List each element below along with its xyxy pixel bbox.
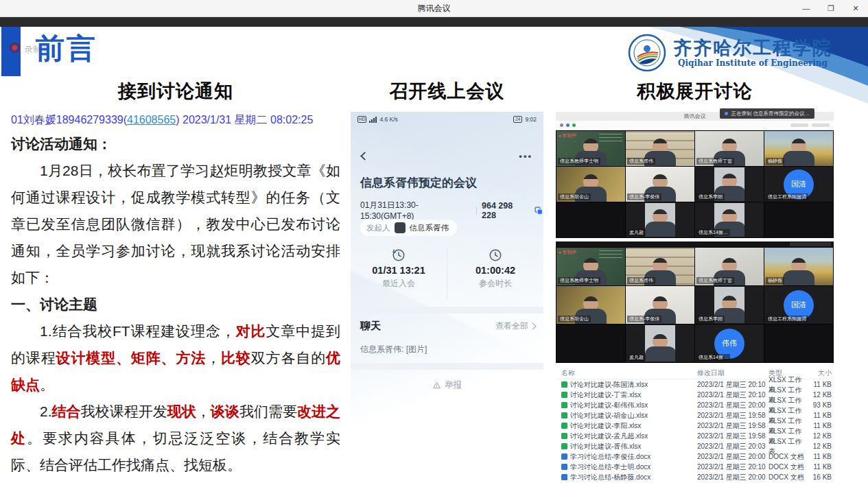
video-tile: 信息系李阳 (695, 286, 764, 324)
video-tile (764, 324, 833, 362)
file-date: 2023/2/1 星期三 20:10 (697, 462, 769, 472)
file-name: 讨论对比建议-胡金山.xlsx (570, 411, 648, 421)
column-header[interactable]: 名称 (556, 368, 697, 378)
toolbar-dot-icon (572, 123, 576, 127)
video-tile: 伟伟信息系14届… (695, 324, 764, 362)
column3-heading: 积极展开讨论 (556, 79, 834, 104)
video-tile: 信息系胥伟 (626, 131, 694, 166)
file-date: 2023/2/1 星期三 20:00 (697, 473, 769, 482)
participant-name-label: 孟凡超 (627, 229, 646, 236)
torso (645, 346, 675, 362)
text-segment: 1.结合我校FT课程建设理念， (40, 323, 236, 339)
recording-notification: 正在录制 信息系胥伟预定的会议… (720, 108, 814, 119)
body-paragraph: 1月28日，校长布置了学习赵炬明教授文章《如何通过课程设计，促成教学模式转型》的… (11, 157, 340, 291)
text-segment: 我校课程开发 (81, 403, 167, 419)
text-segment: 结合 (52, 403, 81, 419)
excel-file-icon (561, 433, 567, 439)
file-row[interactable]: 讨论对比建议-胥伟.xlsx2023/2/1 星期三 20:03XLSX 工作表… (556, 441, 834, 451)
column-meeting: 召开线上会议 HD 4.6 K/s 24 9:02 ••• 信息系胥伟预定的会议 (351, 79, 543, 470)
torso (783, 270, 814, 285)
maximize-button[interactable]: ❐ (825, 0, 836, 17)
video-tile (764, 202, 833, 237)
signal-icon (369, 117, 377, 123)
video-tile: 国清信息工程系陈国清 (764, 286, 833, 324)
file-type: DOCX 文档 (769, 462, 808, 472)
stat-label: 参会时长 (479, 278, 512, 290)
notification-dot-icon (725, 112, 728, 115)
portrait-video-strip (645, 203, 675, 237)
file-row[interactable]: 学习讨论总结-杨静薇.docx2023/2/1 星期三 20:00DOCX 文档… (556, 472, 834, 482)
file-size: 12 KB (808, 442, 832, 450)
participant-silhouette (781, 139, 817, 166)
excel-file-icon (561, 381, 567, 388)
file-row[interactable]: 学习讨论总结-李士明.docx2023/2/1 星期三 20:10DOCX 文档… (556, 462, 834, 472)
meeting-screenshot: 腾讯会议正在录制 信息系胥伟预定的会议…录制中信息系教师李士明信息系胥伟信息系教… (556, 112, 834, 238)
file-size: 11 KB (808, 453, 832, 460)
history-clock-icon (391, 248, 406, 263)
report-button[interactable]: 举报 (351, 379, 543, 391)
school-name-en: Qiqihar Institute of Engineering (678, 58, 828, 68)
file-name: 讨论对比建议-孟凡超.xlsx (570, 432, 648, 441)
video-tile: 信息系-李俊佳 (626, 286, 694, 324)
video-tile: 国清信息工程系陈国清 (764, 167, 833, 202)
initiator-avatar (395, 222, 406, 233)
school-logo: 齐齐哈尔工程学院 Qiqihar Institute of Engineerin… (628, 34, 832, 72)
school-name-cn: 齐齐哈尔工程学院 (673, 38, 832, 58)
column-header[interactable]: 大小 (808, 368, 832, 378)
file-name: 讨论对比建议-郗伟伟.xlsx (570, 401, 648, 410)
file-name-cell: 讨论对比建议-李阳.xlsx (556, 421, 697, 431)
phone-status-bar: HD 4.6 K/s 24 9:02 (357, 116, 537, 123)
text-segment: ， (196, 403, 211, 419)
participant-name-label: 信息工程系陈国清 (766, 193, 808, 200)
video-tile: 信息系教师丁雷 (695, 131, 764, 166)
video-grid: 录制中信息系教师李士明信息系胥伟信息系教师丁雷杨静薇信息系胡金山信息系-李俊佳信… (556, 130, 834, 238)
file-name-cell: 讨论对比建议-丁雷.xlsx (556, 390, 697, 400)
shared-slide: 录制中 前言 齐齐哈尔工程学院 Qiqihar Institute of Eng… (0, 27, 868, 496)
copy-icon[interactable] (534, 206, 543, 215)
tile-recording-label: 录制中 (559, 249, 576, 256)
participant-name-label: 信息系-李俊佳 (627, 316, 661, 322)
text-segment: 我们需要 (239, 403, 297, 419)
toolbar-controls-hint (790, 123, 830, 127)
file-size: 16 KB (808, 473, 832, 481)
participant-name-label: 信息系胡金山 (558, 316, 591, 322)
file-date: 2023/2/1 星期三 19:58 (697, 432, 769, 441)
file-size: 12 KB (808, 391, 832, 399)
text-segment: 2. (40, 403, 52, 419)
video-tile (556, 202, 625, 237)
stat-value: 01/31 13:21 (372, 265, 425, 276)
file-type: DOCX 文档 (769, 473, 808, 482)
notice-body: 讨论活动通知：1月28日，校长布置了学习赵炬明教授文章《如何通过课程设计，促成教… (11, 130, 340, 478)
window-controls: — ❐ ✕ (801, 0, 861, 17)
file-date: 2023/2/1 星期三 20:00 (697, 401, 769, 410)
chat-section-header: 聊天 查看全部 (360, 320, 535, 333)
text-segment: 1月28日，校长布置了学习赵炬明教授文章《如何通过课程设计，促成教学模式转型》的… (11, 163, 340, 285)
participant-silhouette (645, 334, 675, 362)
participant-name-label: 信息系胡金山 (558, 193, 591, 200)
video-tile: 信息系14届… (695, 202, 764, 237)
text-segment: 现状 (167, 403, 196, 419)
text-segment: 对比 (236, 323, 266, 339)
file-name-cell: 讨论对比建议-胥伟.xlsx (556, 442, 697, 451)
file-date: 2023/2/1 星期三 19:58 (697, 411, 769, 421)
toolbar-dot-icon (566, 123, 570, 127)
participant-name-label: 信息系胥伟 (627, 158, 655, 165)
mini-controls-hint (790, 242, 831, 246)
qq-number-link[interactable]: 41608565 (127, 114, 176, 126)
back-icon[interactable] (360, 152, 369, 161)
initiator-label: 发起人 (366, 223, 390, 233)
video-tile: 信息系胥伟 (626, 248, 694, 285)
torso (645, 222, 675, 237)
file-row[interactable]: 学习讨论总结-李俊佳.docx2023/2/1 星期三 20:00DOCX 文档… (556, 451, 834, 462)
hd-icon: HD (357, 116, 366, 123)
minimize-button[interactable]: — (801, 0, 812, 17)
video-tile: 信息系李阳 (695, 167, 764, 202)
close-button[interactable]: ✕ (850, 0, 861, 17)
dark-top-strip (0, 17, 868, 27)
mini-window-titlebar: 腾讯会议正在录制 信息系胥伟预定的会议… (556, 112, 834, 121)
more-menu-icon[interactable]: ••• (519, 151, 532, 161)
file-size: 11 KB (808, 422, 832, 429)
column-header[interactable]: 修改日期 (697, 368, 769, 378)
file-name: 讨论对比建议-胥伟.xlsx (570, 442, 641, 451)
view-all-link[interactable]: 查看全部 (495, 320, 535, 332)
